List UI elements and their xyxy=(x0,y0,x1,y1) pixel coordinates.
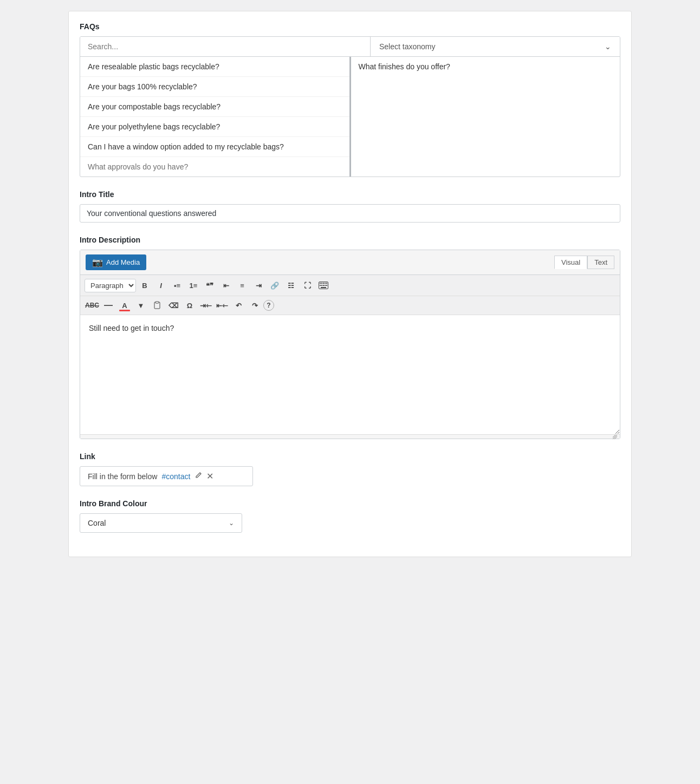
fullscreen-button[interactable]: ⛶ xyxy=(300,278,315,292)
intro-title-section: Intro Title xyxy=(80,190,620,223)
toolbar-row-2: ABC — A ▼ ⌫ Ω ⇥⇽ ⇤⇽ ↶ ↷ ? xyxy=(80,296,620,315)
outdent-button[interactable]: ⇤⇽ xyxy=(215,298,230,312)
faqs-box: Select taxonomy ⌄ Are resealable plastic… xyxy=(80,36,620,177)
faqs-taxonomy-select[interactable]: Select taxonomy ⌄ xyxy=(371,37,620,56)
link-href[interactable]: #contact xyxy=(161,472,190,481)
editor-wrap: 📷 Add Media Visual Text Paragraph B I •≡… xyxy=(80,250,620,439)
add-media-bar: 📷 Add Media Visual Text xyxy=(80,250,620,275)
brand-colour-section: Intro Brand Colour Coral ⌄ xyxy=(80,499,620,533)
intro-title-label: Intro Title xyxy=(80,190,620,199)
list-item[interactable]: Are your compostable bags recyclable? xyxy=(80,97,349,117)
editor-text: Still need to get in touch? xyxy=(89,324,174,332)
paste-button[interactable] xyxy=(150,298,165,312)
svg-rect-6 xyxy=(320,285,321,286)
brand-colour-label: Intro Brand Colour xyxy=(80,499,620,508)
tab-text[interactable]: Text xyxy=(587,256,614,269)
tab-visual[interactable]: Visual xyxy=(554,256,587,269)
horizontal-rule-button[interactable]: — xyxy=(101,298,116,312)
link-label: Link xyxy=(80,452,620,461)
list-item[interactable]: Are your polyethylene bags recyclable? xyxy=(80,117,349,137)
redo-button[interactable]: ↷ xyxy=(247,298,262,312)
faqs-search-input[interactable] xyxy=(80,37,371,56)
add-media-icon: 📷 xyxy=(92,257,103,267)
bold-button[interactable]: B xyxy=(137,278,152,292)
page-wrapper: FAQs Select taxonomy ⌄ Are resealable pl… xyxy=(68,11,632,557)
taxonomy-label: Select taxonomy xyxy=(379,42,436,51)
text-color-button[interactable]: A xyxy=(117,298,132,312)
list-item[interactable]: Can I have a window option added to my r… xyxy=(80,137,349,157)
align-center-button[interactable]: ≡ xyxy=(235,278,250,292)
list-item[interactable]: What approvals do you have? xyxy=(80,157,349,177)
indent-button[interactable]: ⇥⇽ xyxy=(198,298,213,312)
brand-colour-value: Coral xyxy=(88,519,106,527)
faqs-right-panel: What finishes do you offer? xyxy=(351,57,620,177)
clear-formatting-button[interactable]: ⌫ xyxy=(166,298,181,312)
text-color-down-button[interactable]: ▼ xyxy=(133,298,148,312)
blockquote-button[interactable]: ❝❞ xyxy=(202,278,217,292)
add-media-button[interactable]: 📷 Add Media xyxy=(86,254,146,270)
editor-tab-group: Visual Text xyxy=(554,256,614,269)
keyboard-button[interactable] xyxy=(316,278,331,292)
unordered-list-button[interactable]: •≡ xyxy=(170,278,185,292)
chevron-down-icon: ⌄ xyxy=(605,42,611,51)
editor-content[interactable]: Still need to get in touch? xyxy=(80,315,620,434)
align-left-button[interactable]: ⇤ xyxy=(218,278,234,292)
undo-button[interactable]: ↶ xyxy=(231,298,246,312)
faqs-label: FAQs xyxy=(80,22,620,31)
svg-rect-10 xyxy=(326,285,327,286)
faqs-left-panel: Are resealable plastic bags recyclable? … xyxy=(80,57,351,177)
italic-button[interactable]: I xyxy=(153,278,168,292)
help-button[interactable]: ? xyxy=(263,300,274,311)
link-field: Fill in the form below #contact ✕ xyxy=(80,466,253,486)
align-right-button[interactable]: ⇥ xyxy=(251,278,266,292)
special-chars-button[interactable]: Ω xyxy=(182,298,197,312)
svg-rect-11 xyxy=(321,287,326,288)
svg-rect-9 xyxy=(325,285,326,286)
insert-link-button[interactable]: 🔗 xyxy=(267,278,282,292)
svg-rect-2 xyxy=(321,283,322,284)
toolbar-row-1: Paragraph B I •≡ 1≡ ❝❞ ⇤ ≡ ⇥ 🔗 ☷ ⛶ xyxy=(80,275,620,296)
intro-description-label: Intro Description xyxy=(80,236,620,244)
svg-rect-4 xyxy=(325,283,326,284)
faqs-header: Select taxonomy ⌄ xyxy=(80,37,620,57)
chevron-down-icon: ⌄ xyxy=(229,519,234,527)
svg-rect-7 xyxy=(321,285,322,286)
add-media-label: Add Media xyxy=(106,258,140,266)
brand-colour-select[interactable]: Coral ⌄ xyxy=(80,513,242,533)
editor-resize-handle[interactable] xyxy=(80,434,620,439)
svg-rect-1 xyxy=(320,283,321,284)
list-item[interactable]: Are resealable plastic bags recyclable? xyxy=(80,57,349,77)
faqs-lists: Are resealable plastic bags recyclable? … xyxy=(80,57,620,177)
format-select[interactable]: Paragraph xyxy=(85,279,136,292)
list-item[interactable]: What finishes do you offer? xyxy=(351,57,620,76)
svg-rect-8 xyxy=(323,285,324,286)
list-item[interactable]: Are your bags 100% recyclable? xyxy=(80,77,349,97)
ordered-list-button[interactable]: 1≡ xyxy=(186,278,201,292)
insert-table-button[interactable]: ☷ xyxy=(283,278,299,292)
svg-rect-3 xyxy=(323,283,324,284)
intro-title-input[interactable] xyxy=(80,204,620,223)
link-remove-button[interactable]: ✕ xyxy=(206,471,213,481)
svg-rect-13 xyxy=(155,302,159,303)
svg-rect-5 xyxy=(326,283,327,284)
intro-description-section: Intro Description 📷 Add Media Visual Tex… xyxy=(80,236,620,439)
link-section: Link Fill in the form below #contact ✕ xyxy=(80,452,620,486)
strikethrough-button[interactable]: ABC xyxy=(85,298,100,312)
link-edit-button[interactable] xyxy=(195,472,202,481)
link-text: Fill in the form below xyxy=(88,472,157,481)
faqs-section: FAQs Select taxonomy ⌄ Are resealable pl… xyxy=(80,22,620,177)
